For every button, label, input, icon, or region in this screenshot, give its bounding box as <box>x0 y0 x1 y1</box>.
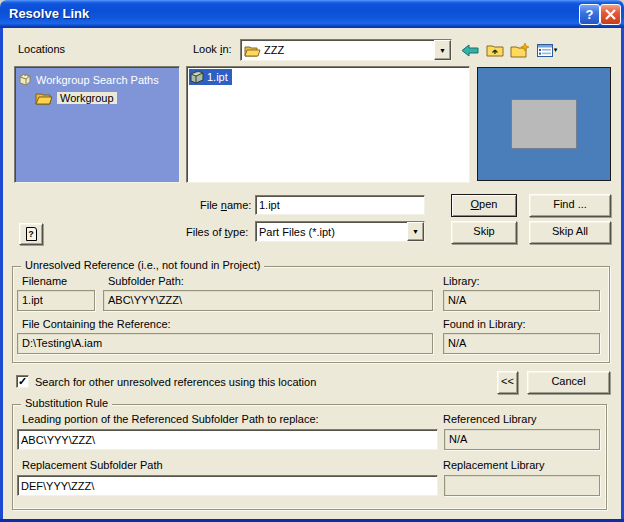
up-one-level-button[interactable] <box>484 40 506 60</box>
cancel-button[interactable]: Cancel <box>527 371 610 394</box>
new-folder-icon <box>510 43 530 58</box>
window-border-left <box>0 28 3 522</box>
substitution-rule-group: Substitution Rule Leading portion of the… <box>12 404 607 510</box>
chevron-down-icon: ▼ <box>412 228 419 235</box>
checkmark-icon: ✓ <box>18 375 27 387</box>
skip-all-button[interactable]: Skip All <box>529 221 611 244</box>
open-folder-icon <box>244 44 261 57</box>
help-button[interactable]: ? <box>19 223 43 245</box>
skip-button[interactable]: Skip <box>451 221 517 244</box>
locations-label: Locations <box>18 43 65 55</box>
close-icon <box>601 9 620 20</box>
found-in-library-value-field: N/A <box>443 333 600 354</box>
resolve-link-dialog: Resolve Link ? Locations Look in: ZZZ ▼ <box>0 0 624 522</box>
help-page-icon: ? <box>26 227 37 241</box>
replacement-library-value-field <box>444 475 600 496</box>
unresolved-reference-group: Unresolved Reference (i.e., not found in… <box>12 266 610 363</box>
library-label: Library: <box>443 275 480 287</box>
replacement-subfolder-input[interactable] <box>18 476 437 495</box>
file-containing-reference-label: File Containing the Reference: <box>22 318 171 330</box>
workspace-box-icon <box>17 73 32 87</box>
preview-pane <box>477 67 611 181</box>
part-cube-icon <box>190 70 204 84</box>
tree-item-label: Workgroup <box>57 92 117 104</box>
find-button[interactable]: Find ... <box>529 194 611 217</box>
look-in-dropdown-arrow[interactable]: ▼ <box>434 40 451 60</box>
open-button[interactable]: Open <box>451 194 517 217</box>
leading-portion-label: Leading portion of the Referenced Subfol… <box>22 413 319 425</box>
new-folder-button[interactable] <box>509 40 531 60</box>
close-button[interactable] <box>600 4 621 25</box>
file-list[interactable]: 1.ipt <box>186 66 470 183</box>
library-value-field: N/A <box>443 290 600 311</box>
search-other-references-label: Search for other unresolved references u… <box>35 376 316 388</box>
view-menu-button[interactable]: ▾ <box>534 40 560 60</box>
replacement-subfolder-path-label: Replacement Subfolder Path <box>22 459 163 471</box>
tree-item-workgroup-search-paths[interactable]: Workgroup Search Paths <box>17 71 177 89</box>
subfolder-path-label: Subfolder Path: <box>108 275 184 287</box>
tree-item-workgroup[interactable]: Workgroup <box>17 89 177 107</box>
open-folder-icon <box>35 91 53 105</box>
back-arrow-icon <box>461 44 479 57</box>
part-preview-thumbnail <box>511 99 577 149</box>
file-name-label: 1.ipt <box>207 71 228 83</box>
collapse-dialog-button[interactable]: << <box>497 371 518 394</box>
filename-label: Filename <box>22 275 67 287</box>
group-legend: Substitution Rule <box>21 397 112 409</box>
filename-value-field: 1.ipt <box>17 290 95 311</box>
file-name-input[interactable] <box>256 196 424 214</box>
found-in-library-label: Found in Library: <box>443 318 526 330</box>
up-folder-icon <box>486 43 504 57</box>
replacement-library-label: Replacement Library <box>443 459 545 471</box>
search-other-references-checkbox[interactable]: ✓ <box>16 375 29 388</box>
files-of-type-value: Part Files (*.ipt) <box>259 226 335 238</box>
tree-item-label: Workgroup Search Paths <box>36 74 159 86</box>
files-of-type-dropdown-arrow[interactable]: ▼ <box>407 222 424 241</box>
files-of-type-combobox[interactable]: Part Files (*.ipt) ▼ <box>255 221 425 242</box>
chevron-down-icon: ▼ <box>439 47 446 54</box>
look-in-value: ZZZ <box>264 44 284 56</box>
file-list-item-selected[interactable]: 1.ipt <box>189 69 232 85</box>
group-legend: Unresolved Reference (i.e., not found in… <box>21 259 264 271</box>
view-list-icon <box>537 44 553 57</box>
chevron-down-icon: ▾ <box>554 46 558 54</box>
question-mark-icon: ? <box>586 7 594 22</box>
locations-tree: Workgroup Search Paths Workgroup <box>14 66 180 183</box>
look-in-combobox[interactable]: ZZZ ▼ <box>240 39 452 61</box>
file-name-field-wrap <box>255 195 425 215</box>
title-bar[interactable]: Resolve Link ? <box>0 0 624 28</box>
referenced-library-value-field: N/A <box>444 429 600 450</box>
file-containing-reference-value-field: D:\Testing\A.iam <box>17 333 433 354</box>
subfolder-path-value-field: ABC\YYY\ZZZ\ <box>103 290 433 311</box>
back-button[interactable] <box>459 40 481 60</box>
leading-portion-field-wrap <box>17 429 438 450</box>
files-of-type-label: Files of type: <box>186 226 248 238</box>
replacement-subfolder-field-wrap <box>17 475 438 496</box>
leading-portion-input[interactable] <box>18 430 437 449</box>
look-in-label: Look in: <box>193 43 232 55</box>
window-title: Resolve Link <box>9 6 89 21</box>
titlebar-help-button[interactable]: ? <box>579 4 600 25</box>
file-name-label: File name: <box>200 199 251 211</box>
referenced-library-label: Referenced Library <box>443 413 537 425</box>
